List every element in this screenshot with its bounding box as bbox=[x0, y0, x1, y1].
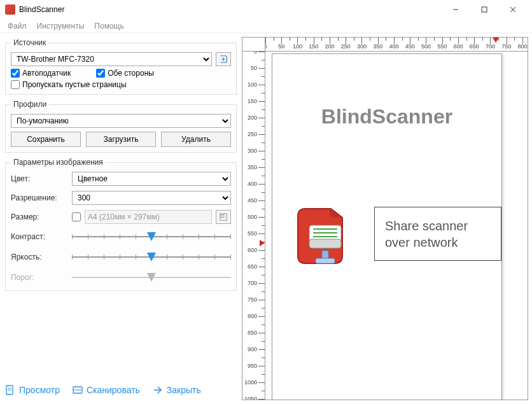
minimize-button[interactable] bbox=[441, 0, 470, 19]
titlebar: BlindScanner bbox=[0, 0, 532, 19]
ruler-corner bbox=[242, 37, 265, 51]
menu-help[interactable]: Помощь bbox=[90, 20, 127, 32]
threshold-slider bbox=[72, 270, 231, 285]
skip-blank-checkbox[interactable]: Пропускать пустые страницы bbox=[11, 80, 127, 89]
maximize-button[interactable] bbox=[470, 0, 498, 19]
image-params-group: Параметры изображения Цвет: Цветное Разр… bbox=[5, 158, 237, 291]
contrast-slider[interactable] bbox=[72, 229, 231, 244]
close-action[interactable]: Закрыть bbox=[153, 385, 201, 395]
profile-save-button[interactable]: Сохранить bbox=[11, 132, 81, 147]
arrow-right-icon bbox=[153, 385, 163, 395]
size-lock-checkbox[interactable] bbox=[72, 212, 81, 221]
preview-area[interactable]: BlindScanner Share scanner over network bbox=[265, 51, 528, 400]
left-panel: Источник TW-Brother MFC-7320 Автоподатчи… bbox=[0, 33, 242, 404]
color-select[interactable]: Цветное bbox=[72, 172, 231, 186]
duplex-checkbox[interactable]: Обе стороны bbox=[96, 69, 154, 78]
size-edit-button[interactable] bbox=[216, 210, 231, 224]
profile-select[interactable]: По-умолчанию bbox=[11, 114, 231, 128]
source-select[interactable]: TW-Brother MFC-7320 bbox=[11, 52, 212, 66]
contrast-label: Контраст: bbox=[11, 232, 68, 241]
scan-icon bbox=[73, 385, 83, 395]
image-params-legend: Параметры изображения bbox=[11, 158, 106, 167]
menu-file[interactable]: Файл bbox=[4, 20, 31, 32]
app-icon bbox=[5, 4, 15, 15]
refresh-source-button[interactable] bbox=[216, 52, 231, 66]
promo-icon bbox=[285, 197, 361, 275]
resolution-select[interactable]: 300 bbox=[72, 191, 231, 205]
promo-text-box: Share scanner over network bbox=[374, 207, 501, 261]
svg-rect-5 bbox=[221, 215, 224, 218]
watermark: BlindScanner bbox=[272, 105, 501, 129]
menu-tools[interactable]: Инструменты bbox=[33, 20, 88, 32]
profiles-legend: Профили bbox=[11, 100, 49, 109]
size-label: Размер: bbox=[11, 212, 68, 221]
source-group: Источник TW-Brother MFC-7320 Автоподатчи… bbox=[5, 38, 237, 95]
profile-delete-button[interactable]: Удалить bbox=[161, 132, 231, 147]
close-button[interactable] bbox=[498, 0, 527, 19]
svg-rect-15 bbox=[316, 258, 335, 263]
preview-button[interactable]: Просмотр bbox=[5, 385, 60, 395]
action-bar: Просмотр Сканировать Закрыть bbox=[5, 379, 237, 399]
ruler-horizontal: 0501001502002503003504004505005506006507… bbox=[265, 37, 528, 51]
adf-checkbox[interactable]: Автоподатчик bbox=[11, 69, 71, 78]
resolution-label: Разрешение: bbox=[11, 193, 68, 202]
profile-load-button[interactable]: Загрузить bbox=[86, 132, 156, 147]
preview-icon bbox=[5, 385, 15, 395]
scan-button[interactable]: Сканировать bbox=[73, 385, 140, 395]
ruler-vertical: 0501001502002503003504004505005506006507… bbox=[242, 51, 265, 400]
brightness-label: Яркость: bbox=[11, 253, 68, 261]
threshold-label: Порог: bbox=[11, 273, 68, 282]
menubar: Файл Инструменты Помощь bbox=[0, 19, 532, 33]
window-title: BlindScanner bbox=[19, 5, 64, 14]
size-select[interactable]: A4 (210мм × 297мм) bbox=[85, 210, 212, 224]
color-label: Цвет: bbox=[11, 174, 68, 183]
svg-rect-1 bbox=[482, 7, 487, 12]
profiles-group: Профили По-умолчанию Сохранить Загрузить… bbox=[5, 100, 237, 153]
brightness-slider[interactable] bbox=[72, 249, 231, 265]
source-legend: Источник bbox=[11, 38, 48, 47]
preview-panel: 0501001502002503003504004505005506006507… bbox=[242, 33, 532, 404]
page-preview: BlindScanner Share scanner over network bbox=[272, 53, 502, 400]
svg-rect-13 bbox=[309, 239, 341, 248]
